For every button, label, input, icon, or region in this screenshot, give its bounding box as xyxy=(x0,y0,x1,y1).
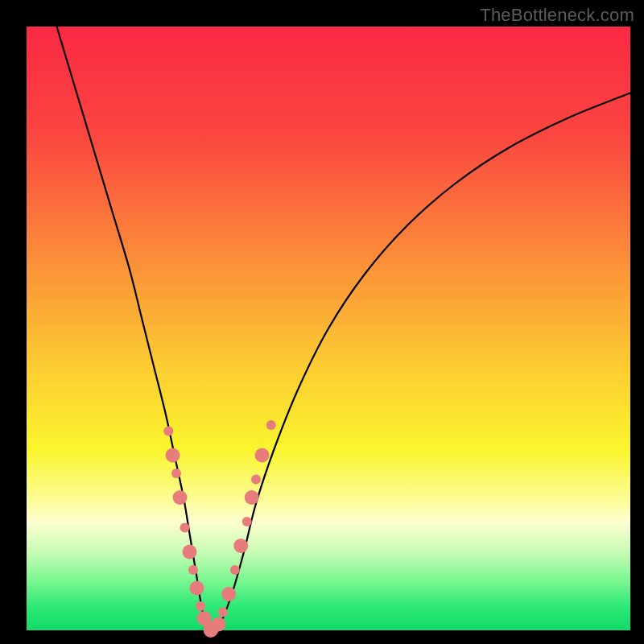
data-marker xyxy=(180,523,190,533)
data-marker xyxy=(166,448,180,463)
data-marker xyxy=(171,469,181,478)
data-marker xyxy=(245,490,259,505)
data-marker xyxy=(255,448,270,463)
data-marker xyxy=(266,420,276,430)
bottleneck-curve xyxy=(57,27,631,630)
data-marker xyxy=(221,587,236,601)
data-marker xyxy=(188,565,198,575)
data-marker xyxy=(173,490,188,505)
data-marker xyxy=(218,608,228,617)
data-marker xyxy=(196,601,205,611)
data-marker xyxy=(163,427,173,436)
watermark-text: TheBottleneck.com xyxy=(480,5,634,26)
data-marker xyxy=(230,565,240,575)
data-marker xyxy=(233,539,248,553)
data-marker xyxy=(251,475,261,485)
data-marker xyxy=(212,617,226,632)
chart-frame: TheBottleneck.com xyxy=(0,0,644,644)
data-marker xyxy=(242,517,252,526)
plot-area xyxy=(27,27,630,630)
data-marker xyxy=(183,545,197,559)
chart-svg xyxy=(27,27,630,630)
data-marker xyxy=(190,581,204,596)
